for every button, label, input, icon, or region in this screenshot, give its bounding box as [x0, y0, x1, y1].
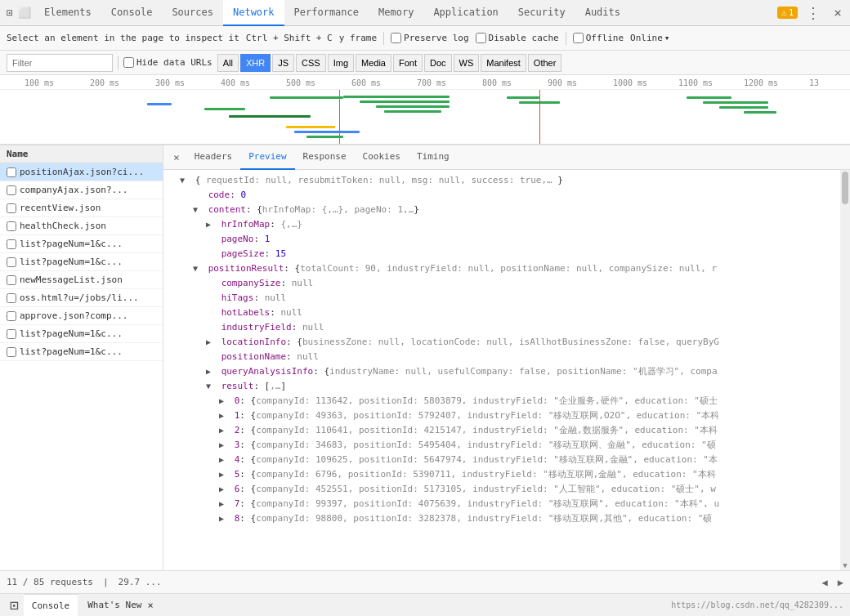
filter-doc[interactable]: Doc	[424, 54, 452, 72]
tab-security[interactable]: Security	[508, 0, 575, 26]
hide-data-urls-label[interactable]: Hide data URLs	[123, 57, 212, 68]
detail-scrollbar[interactable]: ▼	[840, 170, 850, 570]
queryAnalysis-arrow[interactable]: ▶	[206, 364, 216, 379]
tab-console[interactable]: Console	[101, 0, 163, 26]
status-bar: 11 / 85 requests | 29.7 ... ◀ ▶	[0, 570, 850, 593]
detail-tab-timing[interactable]: Timing	[409, 145, 458, 170]
request-item-6[interactable]: newMessageList.json	[0, 271, 163, 289]
req-checkbox-10[interactable]	[7, 347, 16, 357]
more-tabs-button[interactable]: ⋮	[801, 4, 825, 21]
req-checkbox-2[interactable]	[7, 203, 16, 213]
filter-manifest[interactable]: Manifest	[481, 54, 526, 72]
result-1-arrow[interactable]: ▶	[219, 408, 229, 423]
console-tab[interactable]: Console	[24, 594, 78, 617]
result-arrow[interactable]: ▼	[206, 379, 216, 394]
tab-performance[interactable]: Performance	[284, 0, 369, 26]
request-item-3[interactable]: healthCheck.json	[0, 217, 163, 235]
tab-application[interactable]: Application	[423, 0, 508, 26]
tab-network[interactable]: Network	[223, 0, 284, 26]
timeline-scroll-left[interactable]: ◀	[822, 577, 828, 588]
req-checkbox-1[interactable]	[7, 185, 16, 195]
result-2-arrow[interactable]: ▶	[219, 423, 229, 438]
detail-close-button[interactable]: ×	[170, 151, 183, 163]
preserve-log-checkbox[interactable]	[391, 33, 401, 43]
request-item-7[interactable]: oss.html?u=/jobs/li...	[0, 289, 163, 307]
req-checkbox-5[interactable]	[7, 257, 16, 267]
root-arrow[interactable]: ▼	[180, 173, 190, 188]
req-name-9: list?pageNum=1&c...	[20, 328, 123, 339]
req-checkbox-9[interactable]	[7, 329, 16, 339]
tab-elements[interactable]: Elements	[34, 0, 101, 26]
req-checkbox-7[interactable]	[7, 293, 16, 303]
scroll-bottom-arrow[interactable]: ▼	[840, 560, 850, 570]
disable-cache-checkbox[interactable]	[476, 33, 486, 43]
timeline-scroll-right[interactable]: ▶	[838, 577, 843, 588]
request-item-1[interactable]: companyAjax.json?...	[0, 181, 163, 199]
req-checkbox-8[interactable]	[7, 311, 16, 321]
filter-css[interactable]: CSS	[296, 54, 326, 72]
locationInfo-arrow[interactable]: ▶	[206, 335, 216, 350]
filter-js[interactable]: JS	[272, 54, 294, 72]
whats-new-tab[interactable]: What's New ×	[79, 594, 163, 617]
req-name-8: approve.json?comp...	[20, 310, 128, 321]
device-icon[interactable]: ⬜	[18, 7, 31, 20]
request-item-2[interactable]: recentView.json	[0, 199, 163, 217]
tab-sources[interactable]: Sources	[162, 0, 223, 26]
request-item-9[interactable]: list?pageNum=1&c...	[0, 325, 163, 343]
scrollbar-thumb[interactable]	[842, 172, 848, 204]
result-4-arrow[interactable]: ▶	[219, 453, 229, 467]
result-7-arrow[interactable]: ▶	[219, 497, 229, 511]
console-expand-icon[interactable]: ⊡	[7, 596, 22, 614]
content-arrow[interactable]: ▼	[193, 203, 203, 217]
request-item-5[interactable]: list?pageNum=1&c...	[0, 253, 163, 271]
devtools-close-button[interactable]: ×	[829, 5, 847, 20]
req-checkbox-0[interactable]	[7, 167, 16, 177]
request-item-4[interactable]: list?pageNum=1&c...	[0, 235, 163, 253]
json-result-5: ▶ 5: {companyId: 6796, positionId: 53907…	[163, 467, 840, 482]
filter-font[interactable]: Font	[393, 54, 423, 72]
request-item-8[interactable]: approve.json?comp...	[0, 307, 163, 325]
req-checkbox-4[interactable]	[7, 239, 16, 249]
req-checkbox-3[interactable]	[7, 221, 16, 231]
json-companySize: companySize: null	[163, 276, 840, 291]
json-result-8: ▶ 8: {companyId: 98800, positionId: 3282…	[163, 511, 840, 526]
result-0-arrow[interactable]: ▶	[219, 394, 229, 408]
request-item-0[interactable]: positionAjax.json?ci...	[0, 163, 163, 181]
json-queryAnalysisInfo: ▶ queryAnalysisInfo: {industryName: null…	[163, 364, 840, 379]
inspect-icon[interactable]: ⊡	[3, 7, 16, 20]
filter-input[interactable]	[7, 54, 113, 72]
hide-data-urls-checkbox[interactable]	[123, 57, 134, 68]
result-8-arrow[interactable]: ▶	[219, 511, 229, 526]
result-5-arrow[interactable]: ▶	[219, 467, 229, 482]
timeline-tracks	[0, 90, 850, 145]
detail-tab-headers[interactable]: Headers	[186, 145, 240, 170]
filter-media[interactable]: Media	[356, 54, 391, 72]
frame-label: y frame	[339, 33, 377, 43]
tab-memory[interactable]: Memory	[369, 0, 423, 26]
filter-bar: Hide data URLs All XHR JS CSS Img Media …	[0, 51, 850, 75]
detail-tab-preview[interactable]: Preview	[240, 145, 294, 170]
preserve-log-label[interactable]: Preserve log	[391, 33, 468, 43]
result-6-arrow[interactable]: ▶	[219, 482, 229, 497]
name-column-header: Name	[0, 145, 163, 163]
json-locationInfo: ▶ locationInfo: {businessZone: null, loc…	[163, 335, 840, 350]
hrInfoMap-arrow[interactable]: ▶	[206, 217, 216, 232]
positionResult-arrow[interactable]: ▼	[193, 261, 203, 276]
filter-other[interactable]: Other	[528, 54, 562, 72]
req-checkbox-6[interactable]	[7, 275, 16, 285]
filter-ws[interactable]: WS	[454, 54, 480, 72]
online-dropdown[interactable]: Online ▾	[630, 33, 669, 43]
whats-new-close[interactable]: ×	[145, 600, 155, 611]
offline-label[interactable]: Offline	[573, 33, 624, 43]
result-3-arrow[interactable]: ▶	[219, 438, 229, 453]
ruler-mark-600: 600 ms	[350, 75, 381, 90]
request-item-10[interactable]: list?pageNum=1&c...	[0, 343, 163, 361]
filter-all[interactable]: All	[217, 54, 239, 72]
disable-cache-label[interactable]: Disable cache	[476, 33, 559, 43]
tab-audits[interactable]: Audits	[575, 0, 630, 26]
offline-checkbox[interactable]	[573, 33, 584, 43]
detail-tab-response[interactable]: Response	[295, 145, 355, 170]
filter-img[interactable]: Img	[328, 54, 354, 72]
filter-xhr[interactable]: XHR	[240, 54, 271, 72]
detail-tab-cookies[interactable]: Cookies	[355, 145, 409, 170]
